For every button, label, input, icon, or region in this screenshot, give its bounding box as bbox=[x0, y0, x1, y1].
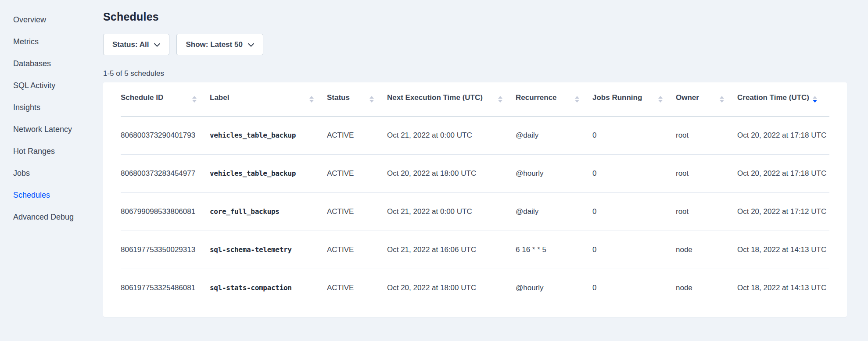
column-header-creation-time[interactable]: Creation Time (UTC) bbox=[737, 82, 829, 116]
sort-icon[interactable] bbox=[658, 96, 663, 103]
cell-schedule-id: 806800373283454977 bbox=[121, 154, 210, 192]
cell-owner: node bbox=[676, 231, 737, 269]
sidebar-item-metrics[interactable]: Metrics bbox=[13, 31, 103, 53]
sort-icon[interactable] bbox=[498, 96, 502, 103]
cell-jobs-running: 0 bbox=[592, 231, 676, 269]
sidebar-item-overview[interactable]: Overview bbox=[13, 9, 103, 31]
table-row: 806799098533806081 core_full_backups ACT… bbox=[121, 192, 829, 231]
table-header-row: Schedule ID Label Status Next Execution … bbox=[121, 82, 829, 116]
chevron-down-icon bbox=[248, 43, 254, 47]
sidebar: Overview Metrics Databases SQL Activity … bbox=[0, 0, 103, 341]
column-header-status[interactable]: Status bbox=[327, 82, 387, 116]
show-filter-label: Show: Latest 50 bbox=[186, 40, 242, 49]
sidebar-item-databases[interactable]: Databases bbox=[13, 53, 103, 75]
cell-next-execution: Oct 21, 2022 at 16:06 UTC bbox=[387, 231, 516, 269]
cell-jobs-running: 0 bbox=[592, 192, 676, 231]
column-header-schedule-id[interactable]: Schedule ID bbox=[121, 82, 210, 116]
cell-status: ACTIVE bbox=[327, 192, 387, 231]
sidebar-item-jobs[interactable]: Jobs bbox=[13, 162, 103, 184]
table-row: 806800373290401793 vehicles_table_backup… bbox=[121, 116, 829, 154]
cell-label: sql-stats-compaction bbox=[210, 269, 327, 307]
sort-icon[interactable] bbox=[309, 96, 314, 103]
cell-schedule-id: 806800373290401793 bbox=[121, 116, 210, 154]
cell-recurrence: @daily bbox=[516, 116, 592, 154]
cell-next-execution: Oct 20, 2022 at 18:00 UTC bbox=[387, 269, 516, 307]
cell-next-execution: Oct 21, 2022 at 0:00 UTC bbox=[387, 116, 516, 154]
cell-label: core_full_backups bbox=[210, 192, 327, 231]
results-count: 1-5 of 5 schedules bbox=[103, 69, 847, 78]
cell-creation-time: Oct 18, 2022 at 14:13 UTC bbox=[737, 231, 829, 269]
cell-label: vehicles_table_backup bbox=[210, 116, 327, 154]
sort-icon[interactable] bbox=[192, 96, 197, 103]
sidebar-item-network-latency[interactable]: Network Latency bbox=[13, 118, 103, 140]
status-filter-dropdown[interactable]: Status: All bbox=[103, 34, 169, 55]
cell-recurrence: 6 16 * * 5 bbox=[516, 231, 592, 269]
sidebar-item-sql-activity[interactable]: SQL Activity bbox=[13, 75, 103, 96]
chevron-down-icon bbox=[154, 43, 160, 47]
cell-status: ACTIVE bbox=[327, 231, 387, 269]
table-row: 806800373283454977 vehicles_table_backup… bbox=[121, 154, 829, 192]
cell-creation-time: Oct 20, 2022 at 17:18 UTC bbox=[737, 116, 829, 154]
status-filter-label: Status: All bbox=[112, 40, 149, 49]
sidebar-item-insights[interactable]: Insights bbox=[13, 96, 103, 118]
column-header-next-execution-time[interactable]: Next Execution Time (UTC) bbox=[387, 82, 516, 116]
cell-recurrence: @hourly bbox=[516, 154, 592, 192]
sort-icon-active-desc[interactable] bbox=[813, 96, 817, 103]
sort-icon[interactable] bbox=[369, 96, 374, 103]
column-header-label[interactable]: Label bbox=[210, 82, 327, 116]
cell-label: sql-schema-telemetry bbox=[210, 231, 327, 269]
sidebar-item-advanced-debug[interactable]: Advanced Debug bbox=[13, 206, 103, 228]
cell-owner: root bbox=[676, 116, 737, 154]
schedules-table: Schedule ID Label Status Next Execution … bbox=[121, 82, 829, 307]
main-content: Schedules Status: All Show: Latest 50 1-… bbox=[103, 0, 868, 341]
sort-icon[interactable] bbox=[720, 96, 724, 103]
sort-icon[interactable] bbox=[575, 96, 579, 103]
cell-label: vehicles_table_backup bbox=[210, 154, 327, 192]
cell-owner: root bbox=[676, 154, 737, 192]
cell-schedule-id: 806197753350029313 bbox=[121, 231, 210, 269]
page-title: Schedules bbox=[103, 11, 847, 23]
cell-creation-time: Oct 20, 2022 at 17:12 UTC bbox=[737, 192, 829, 231]
cell-status: ACTIVE bbox=[327, 269, 387, 307]
cell-schedule-id: 806197753325486081 bbox=[121, 269, 210, 307]
schedules-table-card: Schedule ID Label Status Next Execution … bbox=[103, 82, 847, 317]
cell-next-execution: Oct 21, 2022 at 0:00 UTC bbox=[387, 192, 516, 231]
cell-creation-time: Oct 20, 2022 at 17:18 UTC bbox=[737, 154, 829, 192]
sidebar-item-schedules[interactable]: Schedules bbox=[13, 184, 103, 206]
cell-jobs-running: 0 bbox=[592, 154, 676, 192]
table-row: 806197753325486081 sql-stats-compaction … bbox=[121, 269, 829, 307]
cell-status: ACTIVE bbox=[327, 154, 387, 192]
cell-recurrence: @hourly bbox=[516, 269, 592, 307]
cell-creation-time: Oct 18, 2022 at 14:13 UTC bbox=[737, 269, 829, 307]
table-row: 806197753350029313 sql-schema-telemetry … bbox=[121, 231, 829, 269]
column-header-recurrence[interactable]: Recurrence bbox=[516, 82, 592, 116]
column-header-jobs-running[interactable]: Jobs Running bbox=[592, 82, 676, 116]
cell-owner: node bbox=[676, 269, 737, 307]
filter-bar: Status: All Show: Latest 50 bbox=[103, 34, 847, 55]
cell-jobs-running: 0 bbox=[592, 116, 676, 154]
show-filter-dropdown[interactable]: Show: Latest 50 bbox=[176, 34, 263, 55]
column-header-owner[interactable]: Owner bbox=[676, 82, 737, 116]
cell-status: ACTIVE bbox=[327, 116, 387, 154]
sidebar-item-hot-ranges[interactable]: Hot Ranges bbox=[13, 140, 103, 162]
cell-owner: root bbox=[676, 192, 737, 231]
cell-jobs-running: 0 bbox=[592, 269, 676, 307]
cell-next-execution: Oct 20, 2022 at 18:00 UTC bbox=[387, 154, 516, 192]
cell-recurrence: @daily bbox=[516, 192, 592, 231]
cell-schedule-id: 806799098533806081 bbox=[121, 192, 210, 231]
